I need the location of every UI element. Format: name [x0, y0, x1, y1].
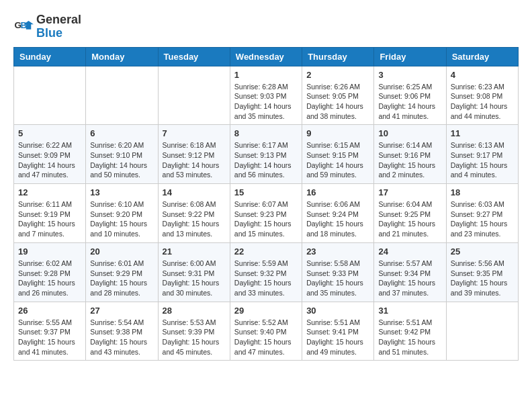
calendar-cell: 7Sunrise: 6:18 AM Sunset: 9:12 PM Daylig…: [158, 125, 230, 184]
day-info: Sunrise: 6:10 AM Sunset: 9:20 PM Dayligh…: [90, 199, 153, 239]
day-number: 10: [378, 128, 441, 138]
weekday-header: Monday: [86, 47, 158, 66]
weekday-header: Tuesday: [158, 47, 230, 66]
day-info: Sunrise: 6:06 AM Sunset: 9:24 PM Dayligh…: [306, 199, 369, 239]
day-info: Sunrise: 6:02 AM Sunset: 9:28 PM Dayligh…: [18, 259, 81, 298]
calendar-cell: 1Sunrise: 6:28 AM Sunset: 9:03 PM Daylig…: [230, 66, 302, 125]
day-number: 2: [306, 70, 369, 80]
logo-icon: G B: [13, 17, 34, 37]
calendar-cell: [86, 66, 158, 125]
logo-text: General Blue: [36, 13, 81, 40]
day-number: 4: [451, 70, 514, 80]
weekday-header: Wednesday: [230, 47, 302, 66]
logo: G B General Blue: [13, 13, 81, 40]
calendar-cell: 9Sunrise: 6:15 AM Sunset: 9:15 PM Daylig…: [302, 125, 374, 184]
calendar-cell: 3Sunrise: 6:25 AM Sunset: 9:06 PM Daylig…: [374, 66, 446, 125]
calendar-cell: 25Sunrise: 5:56 AM Sunset: 9:35 PM Dayli…: [446, 242, 518, 302]
calendar-week-row: 1Sunrise: 6:28 AM Sunset: 9:03 PM Daylig…: [14, 66, 519, 125]
day-number: 23: [306, 246, 369, 257]
calendar-cell: 22Sunrise: 5:59 AM Sunset: 9:32 PM Dayli…: [230, 242, 302, 302]
day-info: Sunrise: 6:25 AM Sunset: 9:06 PM Dayligh…: [378, 82, 441, 122]
day-number: 30: [306, 306, 369, 316]
weekday-header: Thursday: [302, 47, 374, 66]
day-number: 24: [378, 246, 441, 257]
day-number: 8: [234, 128, 298, 138]
day-info: Sunrise: 6:13 AM Sunset: 9:17 PM Dayligh…: [451, 140, 514, 180]
calendar-cell: 6Sunrise: 6:20 AM Sunset: 9:10 PM Daylig…: [86, 125, 158, 184]
calendar-cell: 26Sunrise: 5:55 AM Sunset: 9:37 PM Dayli…: [14, 302, 86, 361]
day-info: Sunrise: 6:04 AM Sunset: 9:25 PM Dayligh…: [378, 199, 441, 239]
calendar-cell: 17Sunrise: 6:04 AM Sunset: 9:25 PM Dayli…: [374, 184, 446, 243]
calendar-cell: 13Sunrise: 6:10 AM Sunset: 9:20 PM Dayli…: [86, 184, 158, 243]
day-number: 25: [451, 246, 514, 257]
day-info: Sunrise: 6:26 AM Sunset: 9:05 PM Dayligh…: [306, 82, 369, 122]
day-info: Sunrise: 5:56 AM Sunset: 9:35 PM Dayligh…: [451, 259, 514, 298]
calendar-week-row: 12Sunrise: 6:11 AM Sunset: 9:19 PM Dayli…: [14, 184, 519, 243]
day-info: Sunrise: 6:07 AM Sunset: 9:23 PM Dayligh…: [234, 199, 298, 239]
day-number: 16: [306, 187, 369, 197]
calendar-cell: 24Sunrise: 5:57 AM Sunset: 9:34 PM Dayli…: [374, 242, 446, 302]
calendar-cell: 21Sunrise: 6:00 AM Sunset: 9:31 PM Dayli…: [158, 242, 230, 302]
calendar-cell: 10Sunrise: 6:14 AM Sunset: 9:16 PM Dayli…: [374, 125, 446, 184]
day-info: Sunrise: 6:14 AM Sunset: 9:16 PM Dayligh…: [378, 140, 441, 180]
day-number: 27: [90, 306, 153, 316]
day-number: 20: [90, 246, 153, 257]
day-number: 18: [451, 187, 514, 197]
calendar-cell: [14, 66, 86, 125]
calendar-cell: 4Sunrise: 6:23 AM Sunset: 9:08 PM Daylig…: [446, 66, 518, 125]
calendar-cell: 20Sunrise: 6:01 AM Sunset: 9:29 PM Dayli…: [86, 242, 158, 302]
day-number: 19: [18, 246, 81, 257]
page-header: G B General Blue: [13, 13, 519, 40]
day-number: 12: [18, 187, 81, 197]
calendar-cell: 2Sunrise: 6:26 AM Sunset: 9:05 PM Daylig…: [302, 66, 374, 125]
calendar-cell: 30Sunrise: 5:51 AM Sunset: 9:41 PM Dayli…: [302, 302, 374, 361]
calendar-cell: [446, 302, 518, 361]
day-info: Sunrise: 6:01 AM Sunset: 9:29 PM Dayligh…: [90, 259, 153, 298]
day-number: 6: [90, 128, 153, 138]
day-info: Sunrise: 6:22 AM Sunset: 9:09 PM Dayligh…: [18, 140, 81, 180]
day-number: 22: [234, 246, 298, 257]
day-number: 1: [234, 70, 298, 80]
day-number: 26: [18, 306, 81, 316]
day-number: 7: [163, 128, 226, 138]
calendar-cell: 23Sunrise: 5:58 AM Sunset: 9:33 PM Dayli…: [302, 242, 374, 302]
day-info: Sunrise: 5:52 AM Sunset: 9:40 PM Dayligh…: [234, 318, 298, 357]
day-info: Sunrise: 6:28 AM Sunset: 9:03 PM Dayligh…: [234, 82, 298, 122]
day-number: 13: [90, 187, 153, 197]
day-info: Sunrise: 5:51 AM Sunset: 9:42 PM Dayligh…: [378, 318, 441, 357]
day-info: Sunrise: 5:54 AM Sunset: 9:38 PM Dayligh…: [90, 318, 153, 357]
calendar-cell: 11Sunrise: 6:13 AM Sunset: 9:17 PM Dayli…: [446, 125, 518, 184]
calendar-cell: 27Sunrise: 5:54 AM Sunset: 9:38 PM Dayli…: [86, 302, 158, 361]
day-number: 28: [163, 306, 226, 316]
day-number: 29: [234, 306, 298, 316]
day-info: Sunrise: 6:15 AM Sunset: 9:15 PM Dayligh…: [306, 140, 369, 180]
calendar-cell: 14Sunrise: 6:08 AM Sunset: 9:22 PM Dayli…: [158, 184, 230, 243]
calendar-header-row: SundayMondayTuesdayWednesdayThursdayFrid…: [14, 47, 519, 66]
day-number: 14: [163, 187, 226, 197]
day-info: Sunrise: 6:20 AM Sunset: 9:10 PM Dayligh…: [90, 140, 153, 180]
day-info: Sunrise: 6:18 AM Sunset: 9:12 PM Dayligh…: [163, 140, 226, 180]
day-number: 9: [306, 128, 369, 138]
day-info: Sunrise: 5:53 AM Sunset: 9:39 PM Dayligh…: [163, 318, 226, 357]
calendar-cell: 16Sunrise: 6:06 AM Sunset: 9:24 PM Dayli…: [302, 184, 374, 243]
calendar-week-row: 26Sunrise: 5:55 AM Sunset: 9:37 PM Dayli…: [14, 302, 519, 361]
day-info: Sunrise: 5:55 AM Sunset: 9:37 PM Dayligh…: [18, 318, 81, 357]
day-number: 21: [163, 246, 226, 257]
weekday-header: Saturday: [446, 47, 518, 66]
day-number: 15: [234, 187, 298, 197]
day-info: Sunrise: 6:00 AM Sunset: 9:31 PM Dayligh…: [163, 259, 226, 298]
day-info: Sunrise: 6:08 AM Sunset: 9:22 PM Dayligh…: [163, 199, 226, 239]
calendar-cell: [158, 66, 230, 125]
day-number: 3: [378, 70, 441, 80]
calendar-cell: 31Sunrise: 5:51 AM Sunset: 9:42 PM Dayli…: [374, 302, 446, 361]
day-number: 31: [378, 306, 441, 316]
calendar-cell: 18Sunrise: 6:03 AM Sunset: 9:27 PM Dayli…: [446, 184, 518, 243]
day-info: Sunrise: 5:57 AM Sunset: 9:34 PM Dayligh…: [378, 259, 441, 298]
calendar-cell: 8Sunrise: 6:17 AM Sunset: 9:13 PM Daylig…: [230, 125, 302, 184]
day-info: Sunrise: 6:17 AM Sunset: 9:13 PM Dayligh…: [234, 140, 298, 180]
calendar-cell: 5Sunrise: 6:22 AM Sunset: 9:09 PM Daylig…: [14, 125, 86, 184]
calendar-week-row: 19Sunrise: 6:02 AM Sunset: 9:28 PM Dayli…: [14, 242, 519, 302]
calendar-cell: 28Sunrise: 5:53 AM Sunset: 9:39 PM Dayli…: [158, 302, 230, 361]
day-number: 11: [451, 128, 514, 138]
day-number: 17: [378, 187, 441, 197]
